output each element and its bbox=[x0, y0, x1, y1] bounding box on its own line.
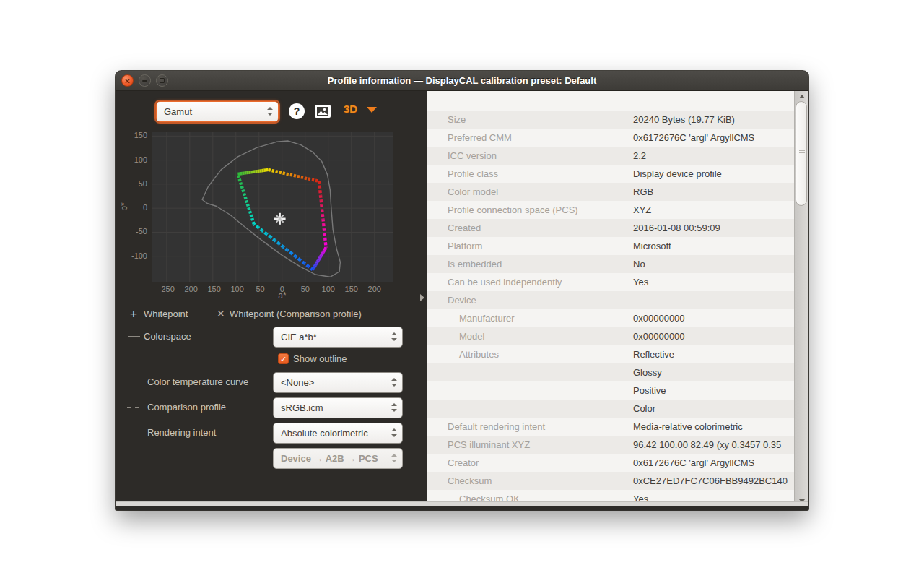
row-value: 0x00000000 bbox=[633, 327, 685, 345]
minimize-button[interactable] bbox=[139, 74, 151, 87]
plot-type-value: Gamut bbox=[164, 106, 192, 117]
row-label: Attributes bbox=[459, 345, 499, 363]
row-value: Color bbox=[633, 400, 655, 418]
solid-line-icon bbox=[128, 336, 140, 337]
table-row[interactable]: Model0x00000000 bbox=[427, 327, 794, 345]
plot-panel: Gamut ? 3D b* bbox=[116, 91, 419, 506]
row-value: 0x6172676C 'argl' ArgyllCMS bbox=[633, 454, 754, 472]
row-value: 96.42 100.00 82.49 (xy 0.3457 0.35 bbox=[633, 436, 781, 454]
table-row[interactable]: Color modelRGB bbox=[427, 183, 794, 201]
table-row[interactable]: Can be used independentlyYes bbox=[427, 273, 794, 291]
window-buttons: ✕ bbox=[121, 74, 168, 87]
image-icon bbox=[315, 105, 331, 118]
expander-icon[interactable] bbox=[420, 294, 424, 301]
color-temperature-value: <None> bbox=[281, 377, 314, 388]
3d-icon: 3D bbox=[344, 103, 357, 115]
row-value: 20240 Bytes (19.77 KiB) bbox=[633, 111, 735, 129]
spinner-icon bbox=[267, 107, 273, 116]
table-row[interactable]: Color bbox=[427, 400, 794, 418]
window-title: Profile information — DisplayCAL calibra… bbox=[116, 71, 808, 91]
scroll-up-button[interactable] bbox=[795, 91, 808, 101]
plot-type-select[interactable]: Gamut bbox=[156, 101, 279, 122]
row-value: 2016-01-08 00:59:09 bbox=[633, 219, 720, 237]
table-row[interactable]: AttributesReflective bbox=[427, 345, 794, 363]
plus-marker-icon: + bbox=[130, 309, 137, 320]
pane-splitter[interactable] bbox=[419, 91, 427, 506]
table-row[interactable]: Creator0x6172676C 'argl' ArgyllCMS bbox=[427, 454, 794, 472]
table-row[interactable] bbox=[427, 92, 794, 111]
row-label: Can be used independently bbox=[448, 273, 562, 291]
table-row[interactable]: PlatformMicrosoft bbox=[427, 237, 794, 255]
maximize-button[interactable] bbox=[156, 74, 168, 87]
row-label: Size bbox=[448, 111, 466, 129]
table-row[interactable]: Profile classDisplay device profile bbox=[427, 165, 794, 183]
table-row[interactable]: Manufacturer0x00000000 bbox=[427, 309, 794, 327]
vertical-scrollbar[interactable] bbox=[794, 91, 808, 506]
spinner-icon bbox=[391, 332, 397, 341]
row-value: 0x6172676C 'argl' ArgyllCMS bbox=[633, 129, 754, 147]
row-label: Default rendering intent bbox=[448, 418, 545, 436]
row-label: Manufacturer bbox=[459, 309, 515, 327]
row-value: No bbox=[633, 255, 645, 273]
spinner-icon bbox=[391, 403, 397, 412]
scrollbar-thumb[interactable] bbox=[796, 101, 807, 206]
table-row[interactable]: Size20240 Bytes (19.77 KiB) bbox=[427, 111, 794, 129]
3d-dropdown-button[interactable] bbox=[367, 107, 377, 113]
y-tick-label: -100 bbox=[117, 251, 147, 260]
view-3d-button[interactable]: 3D bbox=[344, 103, 357, 116]
row-label: Platform bbox=[448, 237, 482, 255]
spinner-icon bbox=[391, 378, 397, 387]
row-label: Model bbox=[459, 327, 484, 345]
table-row[interactable]: PCS illuminant XYZ96.42 100.00 82.49 (xy… bbox=[427, 436, 794, 454]
help-button[interactable]: ? bbox=[289, 103, 305, 119]
help-icon: ? bbox=[289, 103, 305, 119]
scrollbar-grip-icon bbox=[799, 150, 805, 156]
row-label: Is embedded bbox=[448, 255, 502, 273]
color-temperature-select[interactable]: <None> bbox=[273, 372, 403, 393]
row-label: Color model bbox=[448, 183, 498, 201]
table-row[interactable]: Created2016-01-08 00:59:09 bbox=[427, 219, 794, 237]
spinner-icon bbox=[391, 454, 397, 462]
row-value: 0xCE27ED7FC7C06FBB9492BC140 bbox=[633, 472, 788, 490]
direction-value: Device → A2B → PCS bbox=[281, 453, 378, 464]
row-label: Checksum bbox=[448, 472, 492, 490]
arrow-up-icon bbox=[799, 95, 805, 98]
y-tick-label: 0 bbox=[117, 203, 147, 212]
minimize-icon bbox=[142, 80, 147, 82]
show-outline-checkbox[interactable]: ✓ bbox=[278, 353, 289, 364]
table-row[interactable]: Profile connection space (PCS)XYZ bbox=[427, 201, 794, 219]
close-button[interactable]: ✕ bbox=[121, 74, 134, 87]
comparison-profile-select[interactable]: sRGB.icm bbox=[273, 397, 403, 418]
rendering-intent-select[interactable]: Absolute colorimetric bbox=[273, 423, 403, 444]
row-value: Display device profile bbox=[633, 165, 722, 183]
close-icon: ✕ bbox=[122, 76, 133, 87]
rendering-intent-label: Rendering intent bbox=[147, 427, 216, 438]
color-temperature-label: Color temperature curve bbox=[147, 376, 248, 387]
table-row[interactable]: Default rendering intentMedia-relative c… bbox=[427, 418, 794, 436]
table-row[interactable]: Device bbox=[427, 291, 794, 309]
row-value: Glossy bbox=[633, 363, 662, 381]
y-tick-label: 150 bbox=[117, 131, 147, 139]
whitepoint-label: Whitepoint bbox=[144, 308, 188, 321]
profile-information-window: ✕ Profile information — DisplayCAL calib… bbox=[116, 71, 808, 510]
table-row[interactable]: Is embeddedNo bbox=[427, 255, 794, 273]
save-image-button[interactable] bbox=[315, 105, 331, 121]
y-tick-label: 100 bbox=[117, 155, 147, 164]
table-row[interactable]: Checksum0xCE27ED7FC7C06FBB9492BC140 bbox=[427, 472, 794, 490]
row-label: Created bbox=[448, 219, 481, 237]
legend-whitepoint-row: + Whitepoint ✕ Whitepoint (Comparison pr… bbox=[116, 308, 419, 321]
table-row[interactable]: Preferred CMM0x6172676C 'argl' ArgyllCMS bbox=[427, 129, 794, 147]
x-tick-label: 200 bbox=[359, 285, 391, 293]
row-value: Media-relative colorimetric bbox=[633, 418, 743, 436]
row-label: Profile connection space (PCS) bbox=[448, 201, 578, 219]
colorspace-select[interactable]: CIE a*b* bbox=[273, 327, 403, 348]
rendering-intent-value: Absolute colorimetric bbox=[281, 428, 368, 439]
table-row[interactable]: Positive bbox=[427, 381, 794, 400]
gamut-plot-canvas bbox=[152, 132, 393, 282]
y-tick-label: -50 bbox=[117, 227, 147, 236]
row-value: Microsoft bbox=[633, 237, 671, 255]
show-outline-label: Show outline bbox=[293, 353, 346, 364]
table-row[interactable]: Glossy bbox=[427, 363, 794, 381]
table-row[interactable]: ICC version2.2 bbox=[427, 147, 794, 165]
row-value: Positive bbox=[633, 381, 666, 400]
